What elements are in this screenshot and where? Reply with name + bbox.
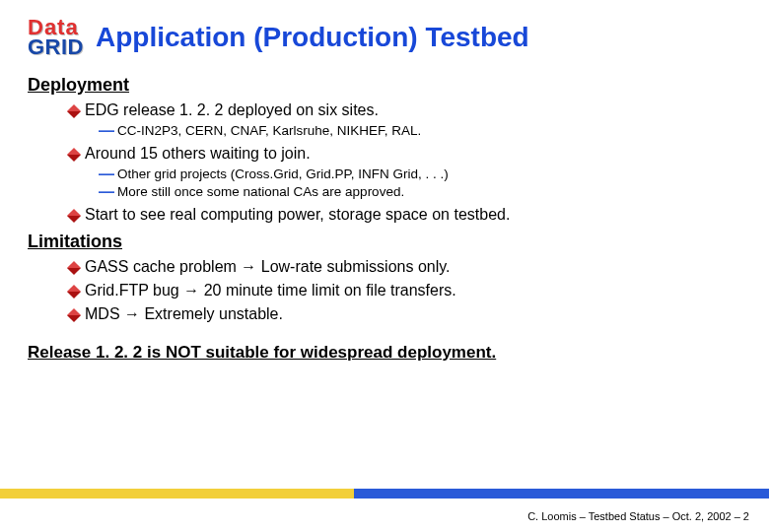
bullet-item: EDG release 1. 2. 2 deployed on six site… — [69, 101, 741, 119]
decorative-bar — [0, 489, 769, 499]
header: Data GRID Application (Production) Testb… — [28, 18, 741, 57]
bullet-item: Around 15 others waiting to join. — [69, 145, 741, 163]
bullet-item: Grid.FTP bug → 20 minute time limit on f… — [69, 282, 741, 299]
bullet-text: MDS → Extremely unstable. — [85, 305, 283, 323]
dash-icon: — — [99, 123, 114, 139]
bar-blue — [354, 489, 769, 499]
bullet-text: Around 15 others waiting to join. — [85, 145, 311, 163]
diamond-icon — [67, 104, 81, 118]
bullet-text: GASS cache problem → Low-rate submission… — [85, 258, 451, 276]
bullet-text: Grid.FTP bug → 20 minute time limit on f… — [85, 282, 456, 299]
bullet-text: Start to see real computing power, stora… — [85, 206, 510, 224]
sub-bullet-text: Other grid projects (Cross.Grid, Grid.PP… — [117, 166, 449, 181]
slide: Data GRID Application (Production) Testb… — [0, 0, 769, 363]
sub-bullet-list: — Other grid projects (Cross.Grid, Grid.… — [99, 166, 741, 200]
section-heading: Limitations — [28, 232, 741, 252]
bullet-list: GASS cache problem → Low-rate submission… — [69, 258, 741, 323]
section-heading: Deployment — [28, 75, 741, 96]
bullet-list: EDG release 1. 2. 2 deployed on six site… — [69, 101, 741, 224]
diamond-icon — [67, 285, 81, 299]
sub-bullet-text: CC-IN2P3, CERN, CNAF, Karlsruhe, NIKHEF,… — [117, 123, 421, 138]
footer-text: C. Loomis – Testbed Status – Oct. 2, 200… — [527, 510, 749, 522]
sub-bullet-text: More still once some national CAs are ap… — [117, 184, 404, 199]
conclusion: Release 1. 2. 2 is NOT suitable for wide… — [28, 343, 741, 363]
sub-bullet-item: — CC-IN2P3, CERN, CNAF, Karlsruhe, NIKHE… — [99, 123, 741, 139]
diamond-icon — [67, 261, 81, 275]
datagrid-logo: Data GRID — [28, 18, 84, 57]
slide-title: Application (Production) Testbed — [96, 22, 529, 53]
bar-yellow — [0, 489, 354, 499]
diamond-icon — [67, 308, 81, 322]
diamond-icon — [67, 148, 81, 162]
dash-icon: — — [99, 184, 114, 200]
logo-bottom: GRID — [28, 37, 84, 57]
bullet-item: GASS cache problem → Low-rate submission… — [69, 258, 741, 276]
diamond-icon — [67, 209, 81, 223]
sub-bullet-list: — CC-IN2P3, CERN, CNAF, Karlsruhe, NIKHE… — [99, 123, 741, 139]
bullet-text: EDG release 1. 2. 2 deployed on six site… — [85, 101, 379, 119]
bullet-item: MDS → Extremely unstable. — [69, 305, 741, 323]
dash-icon: — — [99, 166, 114, 182]
sub-bullet-item: — Other grid projects (Cross.Grid, Grid.… — [99, 166, 741, 182]
bullet-item: Start to see real computing power, stora… — [69, 206, 741, 224]
sub-bullet-item: — More still once some national CAs are … — [99, 184, 741, 200]
